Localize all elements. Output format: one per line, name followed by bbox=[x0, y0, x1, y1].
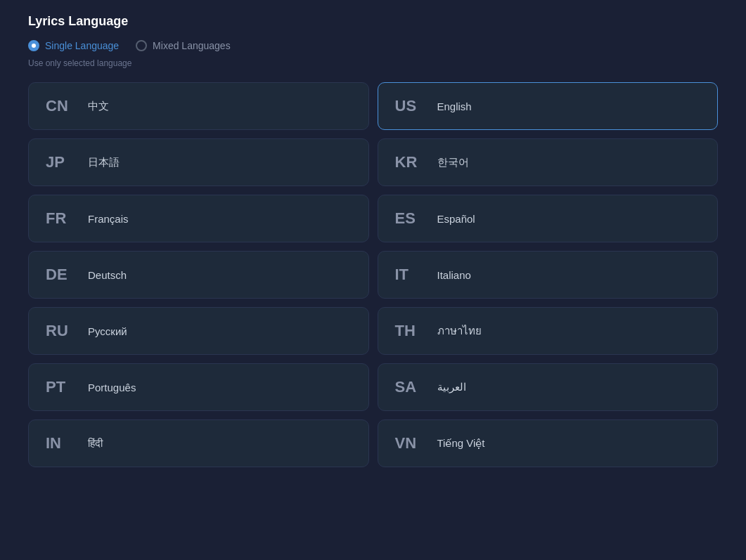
language-name-vn: Tiếng Việt bbox=[437, 437, 485, 450]
language-card-de[interactable]: DEDeutsch bbox=[28, 251, 369, 299]
single-language-radio-dot bbox=[28, 40, 39, 51]
language-name-de: Deutsch bbox=[88, 269, 127, 281]
language-code-cn: CN bbox=[46, 97, 74, 115]
language-card-es[interactable]: ESEspañol bbox=[378, 195, 719, 242]
language-name-jp: 日本語 bbox=[88, 156, 120, 169]
mixed-language-label: Mixed Languages bbox=[153, 40, 231, 51]
language-code-us: US bbox=[395, 97, 423, 115]
single-language-label: Single Language bbox=[45, 40, 119, 51]
language-name-th: ภาษาไทย bbox=[437, 323, 482, 339]
language-card-cn[interactable]: CN中文 bbox=[28, 82, 369, 130]
language-card-sa[interactable]: SAالعربية bbox=[378, 363, 719, 411]
language-code-vn: VN bbox=[395, 434, 423, 452]
language-name-in: हिंदी bbox=[88, 437, 103, 450]
language-card-us[interactable]: USEnglish bbox=[378, 82, 719, 130]
hint-text: Use only selected language bbox=[28, 58, 718, 68]
mixed-language-option[interactable]: Mixed Languages bbox=[136, 40, 231, 51]
language-code-pt: PT bbox=[46, 378, 74, 396]
page-title: Lyrics Language bbox=[28, 14, 718, 29]
language-code-fr: FR bbox=[46, 209, 74, 228]
single-language-option[interactable]: Single Language bbox=[28, 40, 119, 51]
language-code-de: DE bbox=[46, 266, 74, 284]
language-card-kr[interactable]: KR한국어 bbox=[378, 138, 719, 186]
language-code-sa: SA bbox=[395, 378, 423, 396]
language-code-es: ES bbox=[395, 209, 423, 228]
language-code-jp: JP bbox=[46, 153, 74, 171]
language-mode-radio-group: Single Language Mixed Languages bbox=[28, 40, 718, 51]
language-card-jp[interactable]: JP日本語 bbox=[28, 138, 369, 186]
language-name-es: Español bbox=[437, 213, 475, 225]
language-code-ru: RU bbox=[46, 322, 74, 340]
language-code-kr: KR bbox=[395, 153, 423, 171]
language-name-fr: Français bbox=[88, 213, 129, 225]
language-card-pt[interactable]: PTPortuguês bbox=[28, 363, 369, 411]
mixed-language-radio-dot bbox=[136, 40, 147, 51]
language-card-vn[interactable]: VNTiếng Việt bbox=[378, 419, 719, 467]
language-card-ru[interactable]: RUРусский bbox=[28, 307, 369, 355]
language-name-sa: العربية bbox=[437, 381, 466, 393]
language-name-kr: 한국어 bbox=[437, 156, 469, 169]
language-code-in: IN bbox=[46, 434, 74, 452]
language-name-us: English bbox=[437, 100, 472, 112]
language-code-th: TH bbox=[395, 322, 423, 340]
language-code-it: IT bbox=[395, 266, 423, 284]
language-card-fr[interactable]: FRFrançais bbox=[28, 195, 369, 242]
language-card-th[interactable]: THภาษาไทย bbox=[378, 307, 719, 355]
language-grid: CN中文USEnglishJP日本語KR한국어FRFrançaisESEspañ… bbox=[28, 82, 718, 467]
language-name-pt: Português bbox=[88, 382, 136, 393]
language-card-in[interactable]: INहिंदी bbox=[28, 419, 369, 467]
language-name-cn: 中文 bbox=[88, 100, 109, 113]
language-card-it[interactable]: ITItaliano bbox=[378, 251, 719, 299]
language-name-ru: Русский bbox=[88, 325, 127, 337]
language-name-it: Italiano bbox=[437, 269, 471, 281]
